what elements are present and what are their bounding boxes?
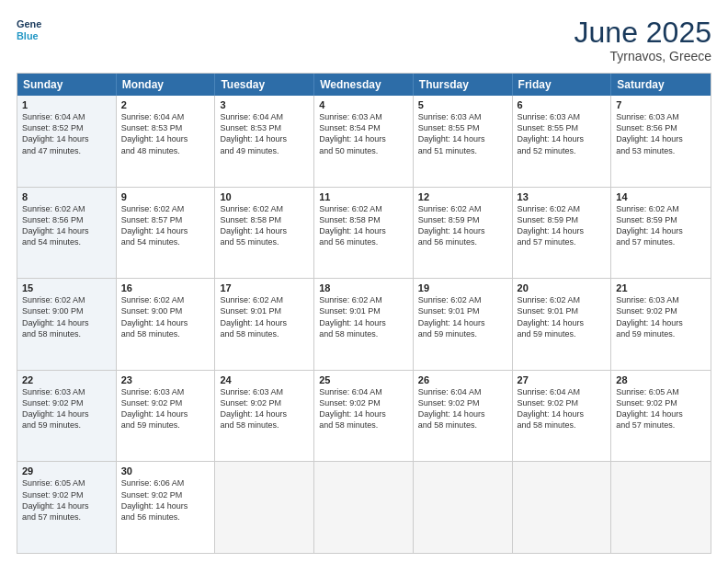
day-num: 10 bbox=[220, 191, 309, 202]
day-num: 1 bbox=[22, 99, 111, 110]
cell-5-mon: 30 Sunrise: 6:06 AMSunset: 9:02 PMDaylig… bbox=[117, 462, 216, 553]
cell-info: Sunrise: 6:02 AMSunset: 9:01 PMDaylight:… bbox=[518, 294, 607, 339]
week-row-1: 1 Sunrise: 6:04 AMSunset: 8:52 PMDayligh… bbox=[17, 96, 711, 187]
cell-3-tue: 17 Sunrise: 6:02 AMSunset: 9:01 PMDaylig… bbox=[215, 279, 314, 370]
cell-5-sun: 29 Sunrise: 6:05 AMSunset: 9:02 PMDaylig… bbox=[17, 462, 117, 553]
week-row-3: 15 Sunrise: 6:02 AMSunset: 9:00 PMDaylig… bbox=[17, 278, 711, 370]
calendar: Sunday Monday Tuesday Wednesday Thursday… bbox=[17, 73, 711, 554]
day-num: 24 bbox=[220, 374, 309, 385]
header-tuesday: Tuesday bbox=[215, 74, 314, 96]
cell-5-fri-empty bbox=[513, 462, 612, 553]
cell-info: Sunrise: 6:02 AMSunset: 8:58 PMDaylight:… bbox=[220, 203, 309, 248]
cell-2-mon: 9 Sunrise: 6:02 AMSunset: 8:57 PMDayligh… bbox=[117, 188, 216, 279]
calendar-body: 1 Sunrise: 6:04 AMSunset: 8:52 PMDayligh… bbox=[17, 96, 711, 553]
cell-1-mon: 2 Sunrise: 6:04 AMSunset: 8:53 PMDayligh… bbox=[117, 96, 216, 187]
cell-2-thu: 12 Sunrise: 6:02 AMSunset: 8:59 PMDaylig… bbox=[414, 188, 513, 279]
header-monday: Monday bbox=[117, 74, 216, 96]
cell-info: Sunrise: 6:04 AMSunset: 8:53 PMDaylight:… bbox=[220, 111, 309, 156]
day-num: 20 bbox=[518, 282, 607, 293]
day-num: 28 bbox=[616, 374, 706, 385]
cell-info: Sunrise: 6:03 AMSunset: 8:54 PMDaylight:… bbox=[319, 111, 408, 156]
subtitle: Tyrnavos, Greece bbox=[574, 49, 711, 63]
day-num: 3 bbox=[220, 99, 309, 110]
cell-info: Sunrise: 6:03 AMSunset: 8:56 PMDaylight:… bbox=[616, 111, 706, 156]
cell-4-tue: 24 Sunrise: 6:03 AMSunset: 9:02 PMDaylig… bbox=[215, 371, 314, 462]
cell-info: Sunrise: 6:04 AMSunset: 8:53 PMDaylight:… bbox=[121, 111, 210, 156]
logo: General Blue bbox=[17, 17, 42, 42]
cell-5-sat-empty bbox=[611, 462, 711, 553]
day-num: 13 bbox=[518, 191, 607, 202]
day-num: 6 bbox=[518, 99, 607, 110]
cell-1-sat: 7 Sunrise: 6:03 AMSunset: 8:56 PMDayligh… bbox=[611, 96, 711, 187]
cell-1-wed: 4 Sunrise: 6:03 AMSunset: 8:54 PMDayligh… bbox=[314, 96, 414, 187]
cell-info: Sunrise: 6:02 AMSunset: 9:01 PMDaylight:… bbox=[418, 294, 507, 339]
cell-2-wed: 11 Sunrise: 6:02 AMSunset: 8:58 PMDaylig… bbox=[314, 188, 414, 279]
day-num: 2 bbox=[121, 99, 210, 110]
cell-info: Sunrise: 6:04 AMSunset: 9:02 PMDaylight:… bbox=[418, 386, 507, 431]
header-saturday: Saturday bbox=[611, 74, 711, 96]
cell-1-fri: 6 Sunrise: 6:03 AMSunset: 8:55 PMDayligh… bbox=[513, 96, 612, 187]
day-num: 25 bbox=[319, 374, 408, 385]
page: General Blue June 2025 Tyrnavos, Greece … bbox=[0, 0, 728, 563]
cell-info: Sunrise: 6:05 AMSunset: 9:02 PMDaylight:… bbox=[616, 386, 706, 431]
week-row-2: 8 Sunrise: 6:02 AMSunset: 8:56 PMDayligh… bbox=[17, 187, 711, 279]
header-wednesday: Wednesday bbox=[314, 74, 414, 96]
cell-2-fri: 13 Sunrise: 6:02 AMSunset: 8:59 PMDaylig… bbox=[513, 188, 612, 279]
cell-3-mon: 16 Sunrise: 6:02 AMSunset: 9:00 PMDaylig… bbox=[117, 279, 216, 370]
cell-info: Sunrise: 6:05 AMSunset: 9:02 PMDaylight:… bbox=[22, 477, 111, 523]
week-row-4: 22 Sunrise: 6:03 AMSunset: 9:02 PMDaylig… bbox=[17, 370, 711, 462]
cell-2-tue: 10 Sunrise: 6:02 AMSunset: 8:58 PMDaylig… bbox=[215, 188, 314, 279]
cell-info: Sunrise: 6:06 AMSunset: 9:02 PMDaylight:… bbox=[121, 477, 210, 523]
header-sunday: Sunday bbox=[17, 74, 117, 96]
cell-info: Sunrise: 6:02 AMSunset: 8:57 PMDaylight:… bbox=[121, 203, 210, 248]
cell-3-sat: 21 Sunrise: 6:03 AMSunset: 9:02 PMDaylig… bbox=[611, 279, 711, 370]
day-num: 11 bbox=[319, 191, 408, 202]
day-num: 14 bbox=[616, 191, 706, 202]
logo-icon: General Blue bbox=[17, 17, 42, 42]
cell-info: Sunrise: 6:03 AMSunset: 9:02 PMDaylight:… bbox=[220, 386, 309, 431]
cell-info: Sunrise: 6:03 AMSunset: 9:02 PMDaylight:… bbox=[616, 294, 706, 339]
cell-2-sun: 8 Sunrise: 6:02 AMSunset: 8:56 PMDayligh… bbox=[17, 188, 117, 279]
day-num: 27 bbox=[518, 374, 607, 385]
day-num: 26 bbox=[418, 374, 507, 385]
month-title: June 2025 bbox=[574, 17, 711, 49]
day-num: 9 bbox=[121, 191, 210, 202]
cell-1-thu: 5 Sunrise: 6:03 AMSunset: 8:55 PMDayligh… bbox=[414, 96, 513, 187]
calendar-header: Sunday Monday Tuesday Wednesday Thursday… bbox=[17, 74, 711, 96]
cell-4-mon: 23 Sunrise: 6:03 AMSunset: 9:02 PMDaylig… bbox=[117, 371, 216, 462]
day-num: 16 bbox=[121, 282, 210, 293]
day-num: 23 bbox=[121, 374, 210, 385]
cell-info: Sunrise: 6:02 AMSunset: 8:59 PMDaylight:… bbox=[616, 203, 706, 248]
cell-info: Sunrise: 6:04 AMSunset: 9:02 PMDaylight:… bbox=[518, 386, 607, 431]
cell-info: Sunrise: 6:04 AMSunset: 9:02 PMDaylight:… bbox=[319, 386, 408, 431]
cell-1-sun: 1 Sunrise: 6:04 AMSunset: 8:52 PMDayligh… bbox=[17, 96, 117, 187]
cell-5-thu-empty bbox=[414, 462, 513, 553]
day-num: 7 bbox=[616, 99, 706, 110]
day-num: 22 bbox=[22, 374, 111, 385]
day-num: 12 bbox=[418, 191, 507, 202]
cell-3-thu: 19 Sunrise: 6:02 AMSunset: 9:01 PMDaylig… bbox=[414, 279, 513, 370]
day-num: 5 bbox=[418, 99, 507, 110]
cell-info: Sunrise: 6:02 AMSunset: 9:00 PMDaylight:… bbox=[121, 294, 210, 339]
cell-info: Sunrise: 6:02 AMSunset: 8:58 PMDaylight:… bbox=[319, 203, 408, 248]
cell-5-wed-empty bbox=[314, 462, 414, 553]
header-friday: Friday bbox=[513, 74, 612, 96]
day-num: 30 bbox=[121, 465, 210, 477]
day-num: 15 bbox=[22, 282, 111, 293]
cell-info: Sunrise: 6:02 AMSunset: 8:56 PMDaylight:… bbox=[22, 203, 111, 248]
cell-info: Sunrise: 6:02 AMSunset: 9:01 PMDaylight:… bbox=[220, 294, 309, 339]
header-thursday: Thursday bbox=[414, 74, 513, 96]
cell-info: Sunrise: 6:02 AMSunset: 8:59 PMDaylight:… bbox=[418, 203, 507, 248]
header: General Blue June 2025 Tyrnavos, Greece bbox=[17, 17, 711, 63]
cell-4-wed: 25 Sunrise: 6:04 AMSunset: 9:02 PMDaylig… bbox=[314, 371, 414, 462]
cell-info: Sunrise: 6:03 AMSunset: 9:02 PMDaylight:… bbox=[22, 386, 111, 431]
cell-info: Sunrise: 6:04 AMSunset: 8:52 PMDaylight:… bbox=[22, 111, 111, 156]
cell-3-fri: 20 Sunrise: 6:02 AMSunset: 9:01 PMDaylig… bbox=[513, 279, 612, 370]
cell-5-tue-empty bbox=[215, 462, 314, 553]
cell-info: Sunrise: 6:02 AMSunset: 9:01 PMDaylight:… bbox=[319, 294, 408, 339]
day-num: 18 bbox=[319, 282, 408, 293]
cell-info: Sunrise: 6:03 AMSunset: 8:55 PMDaylight:… bbox=[518, 111, 607, 156]
day-num: 17 bbox=[220, 282, 309, 293]
day-num: 19 bbox=[418, 282, 507, 293]
cell-4-sun: 22 Sunrise: 6:03 AMSunset: 9:02 PMDaylig… bbox=[17, 371, 117, 462]
